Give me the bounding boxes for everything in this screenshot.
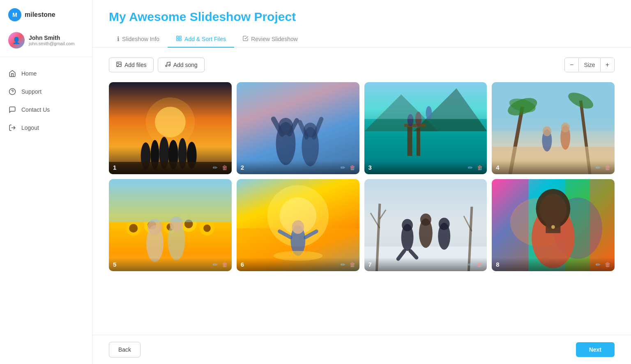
image-icon — [116, 61, 122, 69]
image-card-1[interactable]: 1 ✏ 🗑 — [109, 82, 232, 174]
grid-icon — [176, 35, 182, 43]
main-header: My Awesome Slideshow Project ℹ Slideshow… — [92, 0, 631, 48]
sidebar-nav: Home Support Contact Us — [0, 57, 92, 144]
card-number-3: 3 — [368, 164, 372, 171]
app-name: milestone — [25, 11, 55, 18]
user-email: john.smith@gmail.com — [29, 41, 74, 46]
chat-icon — [8, 106, 16, 114]
card-actions-5: ✏ 🗑 — [213, 261, 228, 268]
sidebar: M milestone 👤 John Smith john.smith@gmai… — [0, 0, 92, 364]
delete-icon-1[interactable]: 🗑 — [222, 164, 228, 171]
card-footer-8: 8 ✏ 🗑 — [492, 258, 615, 271]
svg-point-87 — [438, 218, 449, 230]
card-actions-3: ✏ 🗑 — [468, 164, 483, 171]
edit-icon-4[interactable]: ✏ — [596, 164, 601, 171]
card-footer-3: 3 ✏ 🗑 — [364, 161, 487, 174]
card-footer-4: 4 ✏ 🗑 — [492, 161, 615, 174]
svg-point-71 — [292, 220, 304, 234]
review-icon — [242, 35, 249, 43]
sidebar-item-contact-us[interactable]: Contact Us — [0, 101, 92, 118]
edit-icon-8[interactable]: ✏ — [596, 261, 601, 268]
card-number-4: 4 — [496, 164, 499, 171]
card-actions-4: ✏ 🗑 — [596, 164, 610, 171]
sidebar-item-support[interactable]: Support — [0, 83, 92, 100]
tab-slideshow-info[interactable]: ℹ Slideshow Info — [109, 31, 168, 48]
app-logo: M milestone — [0, 0, 92, 28]
svg-rect-6 — [180, 39, 181, 41]
image-card-3[interactable]: 3 ✏ 🗑 — [364, 82, 487, 174]
svg-point-61 — [203, 225, 211, 232]
card-footer-2: 2 ✏ 🗑 — [237, 161, 359, 174]
sidebar-item-support-label: Support — [21, 88, 41, 95]
card-footer-1: 1 ✏ 🗑 — [109, 161, 232, 174]
svg-point-100 — [551, 225, 555, 229]
toolbar-left: Add files Add song — [109, 58, 205, 72]
delete-icon-5[interactable]: 🗑 — [222, 261, 228, 268]
edit-icon-1[interactable]: ✏ — [213, 164, 218, 171]
card-number-1: 1 — [113, 164, 116, 171]
next-button[interactable]: Next — [576, 342, 615, 357]
size-control: − Size + — [564, 58, 615, 72]
delete-icon-2[interactable]: 🗑 — [350, 164, 355, 171]
edit-icon-2[interactable]: ✏ — [341, 164, 345, 171]
add-song-button[interactable]: Add song — [158, 58, 205, 72]
card-actions-1: ✏ 🗑 — [213, 164, 228, 171]
avatar: 👤 — [8, 32, 25, 48]
edit-icon-5[interactable]: ✏ — [213, 261, 218, 268]
delete-icon-6[interactable]: 🗑 — [350, 261, 355, 268]
add-files-button[interactable]: Add files — [109, 58, 154, 72]
user-info: John Smith john.smith@gmail.com — [29, 35, 74, 46]
project-title: My Awesome Slideshow Project — [109, 10, 615, 24]
size-increase-button[interactable]: + — [601, 58, 614, 72]
card-number-5: 5 — [113, 261, 116, 268]
card-footer-5: 5 ✏ 🗑 — [109, 258, 232, 271]
tab-bar: ℹ Slideshow Info Add & Sort Files — [109, 31, 615, 47]
back-button[interactable]: Back — [109, 342, 140, 357]
info-icon: ℹ — [117, 35, 120, 43]
edit-icon-6[interactable]: ✏ — [341, 261, 345, 268]
user-profile: 👤 John Smith john.smith@gmail.com — [0, 28, 92, 57]
delete-icon-8[interactable]: 🗑 — [605, 261, 610, 268]
size-label: Size — [578, 58, 600, 71]
delete-icon-7[interactable]: 🗑 — [477, 261, 483, 268]
tab-add-sort-files[interactable]: Add & Sort Files — [168, 31, 234, 48]
support-icon — [8, 88, 16, 96]
image-card-5[interactable]: 5 ✏ 🗑 — [109, 179, 232, 271]
card-footer-6: 6 ✏ 🗑 — [237, 258, 359, 271]
svg-rect-4 — [180, 36, 181, 38]
svg-rect-66 — [109, 179, 232, 222]
home-icon — [8, 69, 16, 78]
svg-rect-38 — [364, 82, 487, 119]
delete-icon-4[interactable]: 🗑 — [605, 164, 610, 171]
image-card-6[interactable]: 6 ✏ 🗑 — [237, 179, 359, 271]
image-card-7[interactable]: 7 ✏ 🗑 — [364, 179, 487, 271]
svg-point-9 — [166, 65, 167, 67]
card-number-7: 7 — [368, 261, 372, 268]
svg-point-10 — [168, 65, 170, 66]
card-number-6: 6 — [241, 261, 244, 268]
svg-rect-34 — [404, 124, 426, 127]
image-card-8[interactable]: 8 ✏ 🗑 — [492, 179, 615, 271]
tab-review-slideshow[interactable]: Review Slideshow — [234, 31, 306, 48]
sidebar-item-home[interactable]: Home — [0, 65, 92, 82]
delete-icon-3[interactable]: 🗑 — [477, 164, 483, 171]
sidebar-item-logout[interactable]: Logout — [0, 120, 92, 136]
size-decrease-button[interactable]: − — [565, 58, 578, 72]
card-actions-2: ✏ 🗑 — [341, 164, 355, 171]
svg-point-53 — [129, 224, 138, 233]
footer: Back Next — [92, 335, 631, 364]
svg-point-12 — [146, 97, 195, 147]
image-card-4[interactable]: 4 ✏ 🗑 — [492, 82, 615, 174]
image-grid: 1 ✏ 🗑 — [109, 82, 615, 271]
card-footer-7: 7 ✏ 🗑 — [364, 258, 487, 271]
logo-icon: M — [8, 8, 21, 21]
svg-point-85 — [420, 214, 431, 226]
edit-icon-7[interactable]: ✏ — [468, 261, 473, 268]
content-area: Add files Add song − Size + — [92, 48, 631, 335]
card-actions-7: ✏ 🗑 — [468, 261, 483, 268]
image-card-2[interactable]: 2 ✏ 🗑 — [237, 82, 359, 174]
edit-icon-3[interactable]: ✏ — [468, 164, 473, 171]
svg-rect-32 — [407, 125, 412, 156]
sidebar-item-home-label: Home — [21, 70, 37, 77]
toolbar: Add files Add song − Size + — [109, 58, 615, 72]
